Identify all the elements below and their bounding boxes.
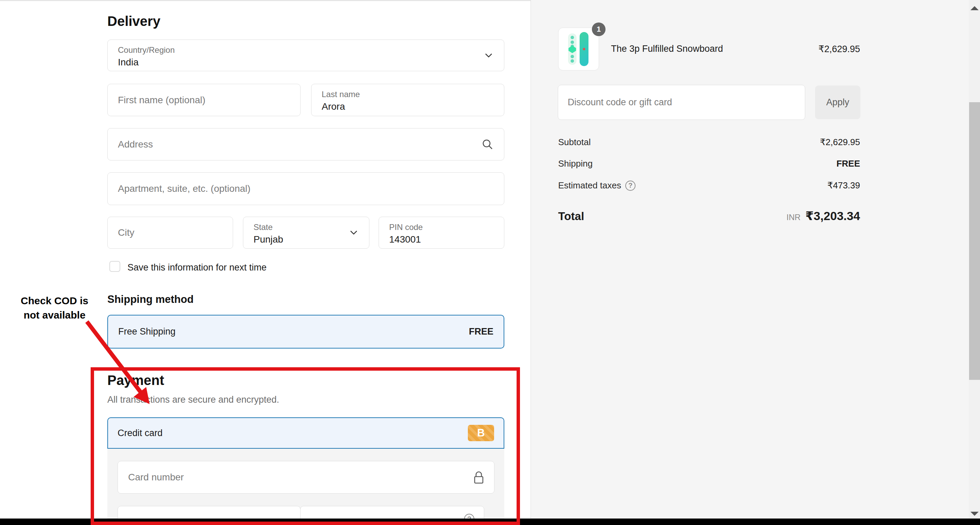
last-name-value: Arora: [322, 101, 345, 112]
scrollbar-down-arrow[interactable]: [970, 512, 978, 516]
country-label: Country/Region: [118, 45, 175, 55]
address-field[interactable]: [107, 128, 504, 161]
apartment-input[interactable]: [108, 173, 504, 205]
shipping-label: Shipping: [558, 158, 593, 169]
first-name-field[interactable]: [107, 84, 301, 116]
pin-code-label: PIN code: [389, 223, 423, 232]
city-field[interactable]: [107, 217, 233, 249]
item-quantity-badge: 1: [592, 22, 606, 36]
scrollbar-thumb[interactable]: [969, 102, 980, 380]
subtotal-label: Subtotal: [558, 137, 590, 148]
item-price: ₹2,629.95: [818, 44, 860, 54]
taxes-value: ₹473.39: [827, 180, 860, 191]
save-info-checkbox[interactable]: [110, 261, 120, 272]
chevron-down-icon: [350, 230, 358, 235]
delivery-heading: Delivery: [107, 14, 161, 29]
last-name-field[interactable]: Last name Arora: [311, 84, 504, 116]
state-value: Punjab: [253, 234, 283, 245]
discount-code-field[interactable]: [558, 85, 805, 120]
annotation-arrow: [82, 319, 160, 418]
annotation-line1: Check COD is: [20, 294, 89, 308]
currency-code: INR: [786, 213, 800, 222]
shipping-option-price: FREE: [469, 326, 493, 337]
annotation-text: Check COD is not available: [20, 294, 89, 322]
chevron-down-icon: [485, 53, 492, 58]
first-name-input[interactable]: [108, 84, 300, 116]
taxes-row: Estimated taxes ?: [558, 180, 635, 191]
taxes-help-icon[interactable]: ?: [625, 181, 635, 191]
shipping-option-free[interactable]: Free Shipping FREE: [107, 315, 504, 348]
subtotal-value: ₹2,629.95: [820, 137, 860, 148]
item-name: The 3p Fulfilled Snowboard: [611, 44, 723, 54]
taxes-label: Estimated taxes: [558, 180, 621, 191]
search-icon: [482, 138, 494, 152]
product-thumbnail: [558, 28, 599, 70]
order-summary-panel: 1 The 3p Fulfilled Snowboard ₹2,629.95 A…: [531, 0, 969, 525]
checkout-page: Delivery Country/Region India Last name …: [0, 0, 980, 525]
city-input[interactable]: [108, 217, 233, 248]
scrollbar-up-arrow[interactable]: [970, 6, 978, 10]
pin-code-field[interactable]: PIN code 143001: [379, 217, 504, 249]
save-info-label: Save this information for next time: [127, 262, 266, 273]
state-label: State: [253, 223, 273, 232]
total-row: INR ₹3,203.34: [786, 209, 860, 223]
country-select[interactable]: Country/Region India: [107, 40, 504, 71]
discount-code-input[interactable]: [558, 85, 805, 119]
state-select[interactable]: State Punjab: [243, 217, 369, 249]
annotation-line2: not available: [20, 308, 89, 322]
shipping-method-heading: Shipping method: [107, 293, 194, 305]
apartment-field[interactable]: [107, 172, 504, 205]
total-label: Total: [558, 210, 584, 223]
shipping-value: FREE: [837, 158, 860, 169]
apply-button[interactable]: Apply: [815, 86, 861, 119]
last-name-label: Last name: [322, 90, 360, 99]
total-value: ₹3,203.34: [805, 209, 860, 223]
address-input[interactable]: [108, 129, 504, 160]
pin-code-value: 143001: [389, 234, 421, 245]
country-value: India: [118, 57, 139, 68]
